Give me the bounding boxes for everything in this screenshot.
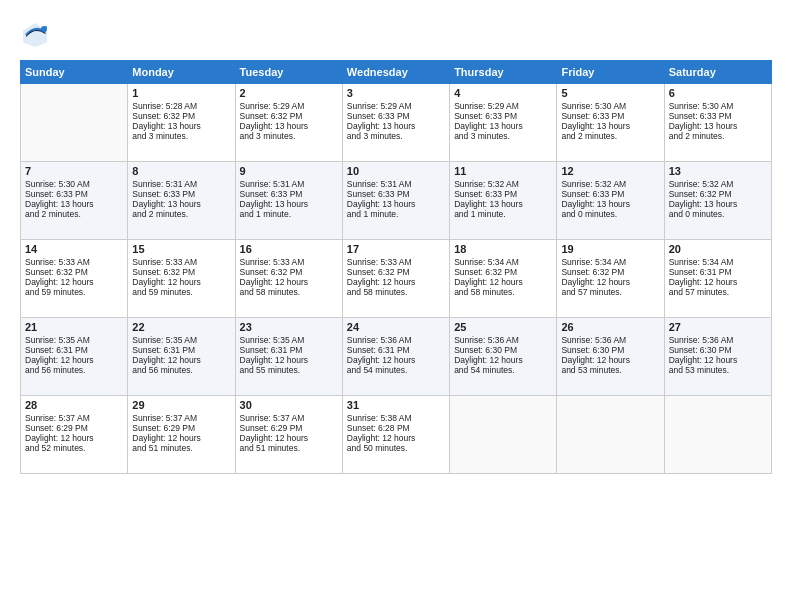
header-cell-monday: Monday [128, 61, 235, 84]
day-info: Daylight: 13 hours [240, 121, 338, 131]
day-info: and 3 minutes. [454, 131, 552, 141]
day-info: Daylight: 12 hours [25, 277, 123, 287]
day-info: and 58 minutes. [240, 287, 338, 297]
calendar-cell: 20Sunrise: 5:34 AMSunset: 6:31 PMDayligh… [664, 240, 771, 318]
day-info: and 1 minute. [454, 209, 552, 219]
calendar-cell: 18Sunrise: 5:34 AMSunset: 6:32 PMDayligh… [450, 240, 557, 318]
day-info: Daylight: 12 hours [25, 433, 123, 443]
header-cell-sunday: Sunday [21, 61, 128, 84]
day-info: Daylight: 12 hours [25, 355, 123, 365]
day-info: Sunset: 6:32 PM [240, 267, 338, 277]
day-info: Sunrise: 5:37 AM [132, 413, 230, 423]
day-info: Sunset: 6:32 PM [240, 111, 338, 121]
day-info: Sunrise: 5:29 AM [454, 101, 552, 111]
calendar-cell: 12Sunrise: 5:32 AMSunset: 6:33 PMDayligh… [557, 162, 664, 240]
day-info: and 1 minute. [240, 209, 338, 219]
page: SundayMondayTuesdayWednesdayThursdayFrid… [0, 0, 792, 612]
week-row-1: 7Sunrise: 5:30 AMSunset: 6:33 PMDaylight… [21, 162, 772, 240]
day-info: Sunset: 6:32 PM [669, 189, 767, 199]
day-info: Sunset: 6:32 PM [454, 267, 552, 277]
day-info: Sunrise: 5:28 AM [132, 101, 230, 111]
day-number: 5 [561, 87, 659, 99]
day-info: Sunrise: 5:29 AM [347, 101, 445, 111]
day-number: 19 [561, 243, 659, 255]
day-info: Daylight: 12 hours [132, 433, 230, 443]
day-info: Sunset: 6:33 PM [454, 189, 552, 199]
day-info: Sunset: 6:31 PM [347, 345, 445, 355]
day-number: 6 [669, 87, 767, 99]
day-number: 29 [132, 399, 230, 411]
day-info: Sunset: 6:32 PM [347, 267, 445, 277]
day-info: Sunrise: 5:36 AM [561, 335, 659, 345]
day-info: and 56 minutes. [132, 365, 230, 375]
day-info: and 2 minutes. [561, 131, 659, 141]
day-number: 31 [347, 399, 445, 411]
calendar-cell [664, 396, 771, 474]
day-number: 13 [669, 165, 767, 177]
day-number: 22 [132, 321, 230, 333]
day-info: Sunrise: 5:32 AM [669, 179, 767, 189]
calendar-cell: 27Sunrise: 5:36 AMSunset: 6:30 PMDayligh… [664, 318, 771, 396]
day-info: Sunset: 6:33 PM [347, 189, 445, 199]
day-info: and 59 minutes. [132, 287, 230, 297]
day-info: Daylight: 13 hours [561, 199, 659, 209]
week-row-3: 21Sunrise: 5:35 AMSunset: 6:31 PMDayligh… [21, 318, 772, 396]
calendar-cell: 30Sunrise: 5:37 AMSunset: 6:29 PMDayligh… [235, 396, 342, 474]
day-info: Sunrise: 5:30 AM [25, 179, 123, 189]
day-number: 24 [347, 321, 445, 333]
day-info: Daylight: 12 hours [454, 277, 552, 287]
day-number: 26 [561, 321, 659, 333]
day-info: Daylight: 12 hours [132, 277, 230, 287]
calendar-cell: 9Sunrise: 5:31 AMSunset: 6:33 PMDaylight… [235, 162, 342, 240]
calendar-cell: 13Sunrise: 5:32 AMSunset: 6:32 PMDayligh… [664, 162, 771, 240]
day-info: Daylight: 13 hours [240, 199, 338, 209]
calendar-cell: 17Sunrise: 5:33 AMSunset: 6:32 PMDayligh… [342, 240, 449, 318]
day-info: and 57 minutes. [561, 287, 659, 297]
day-number: 9 [240, 165, 338, 177]
calendar-cell [21, 84, 128, 162]
day-info: Daylight: 12 hours [240, 433, 338, 443]
day-info: and 57 minutes. [669, 287, 767, 297]
day-info: Sunrise: 5:33 AM [240, 257, 338, 267]
day-info: and 3 minutes. [240, 131, 338, 141]
calendar-cell: 1Sunrise: 5:28 AMSunset: 6:32 PMDaylight… [128, 84, 235, 162]
day-number: 10 [347, 165, 445, 177]
day-info: and 54 minutes. [347, 365, 445, 375]
day-number: 20 [669, 243, 767, 255]
day-number: 30 [240, 399, 338, 411]
day-number: 28 [25, 399, 123, 411]
day-info: Daylight: 13 hours [132, 199, 230, 209]
day-info: Daylight: 12 hours [561, 277, 659, 287]
day-info: Sunset: 6:33 PM [240, 189, 338, 199]
day-info: Sunrise: 5:36 AM [347, 335, 445, 345]
day-info: Sunrise: 5:36 AM [669, 335, 767, 345]
calendar-cell: 16Sunrise: 5:33 AMSunset: 6:32 PMDayligh… [235, 240, 342, 318]
day-number: 16 [240, 243, 338, 255]
day-number: 8 [132, 165, 230, 177]
day-info: and 3 minutes. [132, 131, 230, 141]
day-number: 3 [347, 87, 445, 99]
calendar-cell: 29Sunrise: 5:37 AMSunset: 6:29 PMDayligh… [128, 396, 235, 474]
calendar-cell: 3Sunrise: 5:29 AMSunset: 6:33 PMDaylight… [342, 84, 449, 162]
day-info: Sunrise: 5:32 AM [561, 179, 659, 189]
calendar-cell: 7Sunrise: 5:30 AMSunset: 6:33 PMDaylight… [21, 162, 128, 240]
day-number: 17 [347, 243, 445, 255]
day-info: and 1 minute. [347, 209, 445, 219]
day-info: Sunrise: 5:31 AM [132, 179, 230, 189]
calendar-cell: 6Sunrise: 5:30 AMSunset: 6:33 PMDaylight… [664, 84, 771, 162]
calendar-cell: 25Sunrise: 5:36 AMSunset: 6:30 PMDayligh… [450, 318, 557, 396]
day-info: Sunset: 6:32 PM [132, 111, 230, 121]
day-info: Sunrise: 5:30 AM [561, 101, 659, 111]
day-info: Sunset: 6:30 PM [454, 345, 552, 355]
calendar-cell: 11Sunrise: 5:32 AMSunset: 6:33 PMDayligh… [450, 162, 557, 240]
day-info: Sunrise: 5:32 AM [454, 179, 552, 189]
day-info: Sunrise: 5:33 AM [25, 257, 123, 267]
day-info: Daylight: 12 hours [669, 355, 767, 365]
header-cell-tuesday: Tuesday [235, 61, 342, 84]
calendar-cell: 21Sunrise: 5:35 AMSunset: 6:31 PMDayligh… [21, 318, 128, 396]
day-info: Sunset: 6:33 PM [561, 189, 659, 199]
day-number: 18 [454, 243, 552, 255]
header-cell-saturday: Saturday [664, 61, 771, 84]
day-info: Daylight: 12 hours [347, 277, 445, 287]
day-info: and 50 minutes. [347, 443, 445, 453]
